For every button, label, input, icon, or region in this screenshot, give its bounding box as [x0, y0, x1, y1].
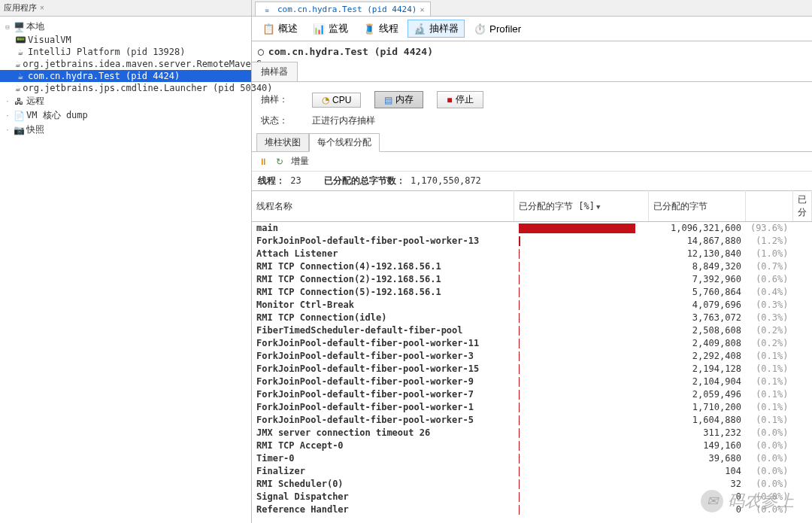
- cell-thread-name: ForkJoinPool-default-fiber-pool-worker-9: [252, 376, 514, 388]
- col-allocated-bytes[interactable]: 已分配的字节: [648, 191, 746, 222]
- table-row[interactable]: ForkJoinPool-default-fiber-pool-worker-7…: [252, 388, 812, 401]
- refresh-icon[interactable]: ↻: [274, 157, 285, 167]
- cell-thread-name: main: [252, 222, 514, 235]
- table-row[interactable]: RMI TCP Connection(5)-192.168.56.15,760,…: [252, 286, 812, 299]
- cell-bytes: 2,194,128: [648, 363, 746, 376]
- tab-profiler[interactable]: ⏱️Profiler: [468, 20, 527, 38]
- cell-bar: [514, 286, 649, 299]
- table-row[interactable]: ForkJoinPool-default-fiber-pool-worker-1…: [252, 235, 812, 248]
- cell-thread-name: ForkJoinPool-default-fiber-pool-worker-1…: [252, 337, 514, 350]
- table-row[interactable]: ForkJoinPool-default-fiber-pool-worker-1…: [252, 401, 812, 414]
- cell-bar: [514, 465, 649, 478]
- java-icon: ☕: [15, 71, 26, 81]
- cell-bytes: 14,867,880: [648, 235, 746, 248]
- table-row[interactable]: ForkJoinPool-default-fiber-pool-worker-9…: [252, 376, 812, 388]
- table-row[interactable]: Monitor Ctrl-Break4,079,696(0.3%): [252, 299, 812, 312]
- table-row[interactable]: Signal Dispatcher0(0.0%): [252, 491, 812, 503]
- tab-monitor[interactable]: 📊监视: [307, 20, 354, 38]
- collapse-icon[interactable]: ⊟: [3, 23, 12, 31]
- cell-thread-name: RMI TCP Accept-0: [252, 439, 514, 452]
- tab-sampler[interactable]: 🔬抽样器: [408, 20, 465, 38]
- tab-heap-histogram[interactable]: 堆柱状图: [256, 133, 309, 152]
- cell-thread-name: RMI Scheduler(0): [252, 478, 514, 491]
- total-bytes-label: 已分配的总字节数：: [324, 175, 405, 186]
- cell-bar: [514, 350, 649, 363]
- table-row[interactable]: JMX server connection timeout 26311,232(…: [252, 427, 812, 439]
- table-row[interactable]: ForkJoinPool-default-fiber-pool-worker-1…: [252, 363, 812, 376]
- cell-bar: [514, 388, 649, 401]
- col-thread-name[interactable]: 线程名称: [252, 191, 514, 222]
- table-row[interactable]: RMI TCP Connection(2)-192.168.56.17,392,…: [252, 273, 812, 286]
- table-row[interactable]: ForkJoinPool-default-fiber-pool-worker-1…: [252, 337, 812, 350]
- cell-thread-name: ForkJoinPool-default-fiber-pool-worker-1…: [252, 363, 514, 376]
- tree-node-snapshot[interactable]: · 📷 快照: [0, 123, 251, 137]
- table-row[interactable]: ForkJoinPool-default-fiber-pool-worker-5…: [252, 414, 812, 427]
- col-allocated-percent[interactable]: 已分配的字节 [%]▼: [514, 191, 649, 222]
- table-row[interactable]: ForkJoinPool-default-fiber-pool-worker-3…: [252, 350, 812, 363]
- table-row[interactable]: Attach Listener12,130,840(1.0%): [252, 248, 812, 260]
- table-row[interactable]: FiberTimedScheduler-default-fiber-pool2,…: [252, 324, 812, 337]
- cell-percent: (0.1%): [746, 363, 793, 376]
- cell-bytes: 7,392,960: [648, 273, 746, 286]
- cell-bytes: 0: [648, 503, 746, 516]
- table-row[interactable]: RMI TCP Accept-0149,160(0.0%): [252, 439, 812, 452]
- tree-node-visualvm[interactable]: 📟 VisualVM: [0, 34, 251, 46]
- table-row[interactable]: main1,096,321,600(93.6%): [252, 222, 812, 235]
- cell-bar: [514, 439, 649, 452]
- cell-bytes: 1,710,200: [648, 401, 746, 414]
- cell-bytes: 311,232: [648, 427, 746, 439]
- pause-icon[interactable]: ⏸: [258, 157, 268, 167]
- cell-bar: [514, 324, 649, 337]
- vm-icon: 📟: [15, 35, 26, 45]
- sampler-icon: 🔬: [414, 23, 426, 35]
- threads-value: 23: [290, 175, 301, 186]
- memory-button[interactable]: ▤ 内存: [374, 91, 423, 108]
- status-value: 正进行内存抽样: [312, 114, 375, 127]
- tree-node-local[interactable]: ⊟ 🖥️ 本地: [0, 20, 251, 34]
- cell-bar: [514, 491, 649, 503]
- col-more[interactable]: 已分: [793, 191, 812, 222]
- cell-bytes: 2,409,808: [648, 337, 746, 350]
- profiler-icon: ⏱️: [474, 23, 486, 35]
- tree-node-maven[interactable]: ☕ org.jetbrains.idea.maven.server.Remote…: [0, 58, 251, 70]
- cell-thread-name: Finalizer: [252, 465, 514, 478]
- cell-bytes: 104: [648, 465, 746, 478]
- cell-percent: (0.3%): [746, 299, 793, 312]
- close-icon[interactable]: ×: [40, 4, 44, 12]
- cell-thread-name: Signal Dispatcher: [252, 491, 514, 503]
- cell-thread-name: RMI TCP Connection(2)-192.168.56.1: [252, 273, 514, 286]
- java-icon: ☕: [262, 4, 272, 14]
- table-row[interactable]: RMI TCP Connection(4)-192.168.56.18,849,…: [252, 260, 812, 273]
- cell-percent: (0.0%): [746, 427, 793, 439]
- tree-node-remote[interactable]: · 🖧 远程: [0, 94, 251, 108]
- tree-node-launcher[interactable]: ☕ org.jetbrains.jps.cmdline.Launcher (pi…: [0, 82, 251, 94]
- network-icon: 🖧: [14, 96, 24, 107]
- document-tab[interactable]: ☕ com.cn.hydra.Test (pid 4424) ✕: [255, 2, 431, 16]
- cell-bar: [514, 452, 649, 465]
- document-tab-bar: ☕ com.cn.hydra.Test (pid 4424) ✕: [252, 0, 812, 17]
- sampler-sub-tab[interactable]: 抽样器: [252, 62, 298, 81]
- tree-node-vm-core-dump[interactable]: · 📄 VM 核心 dump: [0, 108, 251, 123]
- cell-thread-name: ForkJoinPool-default-fiber-pool-worker-1: [252, 401, 514, 414]
- table-row[interactable]: Reference Handler0(0.0%): [252, 503, 812, 516]
- table-row[interactable]: RMI TCP Connection(idle)3,763,072(0.3%): [252, 312, 812, 324]
- panel-tab[interactable]: 应用程序 ×: [0, 0, 251, 17]
- table-row[interactable]: RMI Scheduler(0)32(0.0%): [252, 478, 812, 491]
- cpu-button[interactable]: ◔ CPU: [312, 93, 361, 108]
- java-icon: ☕: [15, 47, 26, 57]
- threads-icon: 🧵: [363, 23, 376, 35]
- cell-bar: [514, 337, 649, 350]
- tab-thread-allocation[interactable]: 每个线程分配: [309, 133, 380, 152]
- table-row[interactable]: Finalizer104(0.0%): [252, 465, 812, 478]
- stop-button[interactable]: ■ 停止: [437, 91, 483, 108]
- tree-node-intellij[interactable]: ☕ IntelliJ Platform (pid 13928): [0, 46, 251, 58]
- table-row[interactable]: Timer-039,680(0.0%): [252, 452, 812, 465]
- cell-percent: (0.0%): [746, 478, 793, 491]
- tab-overview[interactable]: 📋概述: [256, 20, 304, 38]
- tab-threads[interactable]: 🧵线程: [357, 20, 404, 38]
- leaf-icon: ·: [3, 112, 12, 120]
- tree-node-hydra[interactable]: ☕ com.cn.hydra.Test (pid 4424): [0, 70, 251, 82]
- close-icon[interactable]: ✕: [420, 5, 424, 14]
- cell-thread-name: RMI TCP Connection(5)-192.168.56.1: [252, 286, 514, 299]
- refresh-icon[interactable]: ◯: [258, 46, 264, 57]
